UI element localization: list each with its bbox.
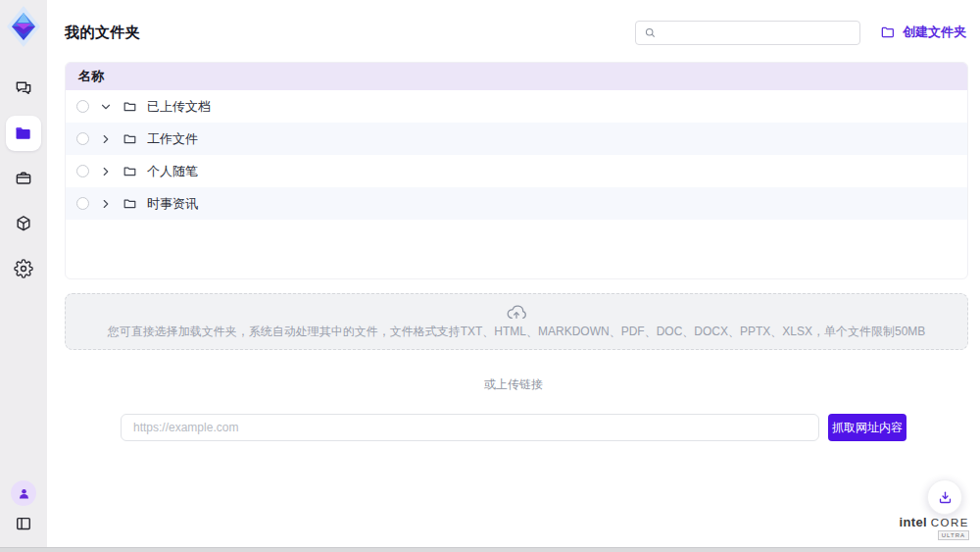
upload-dropzone[interactable]: 您可直接选择加载文件夹，系统自动处理其中的文件，文件格式支持TXT、HTML、M…: [65, 293, 968, 350]
chevron-right-icon[interactable]: [99, 165, 113, 178]
gear-icon: [14, 259, 33, 278]
row-checkbox[interactable]: [76, 132, 89, 145]
table-row[interactable]: 时事资讯: [66, 187, 967, 220]
folder-name: 个人随笔: [147, 163, 198, 180]
table-row[interactable]: 工作文件: [66, 123, 967, 155]
folder-icon: [122, 164, 137, 178]
name-column-header: 名称: [78, 68, 104, 85]
folder-icon: [14, 124, 33, 143]
panel-toggle-button[interactable]: [14, 514, 33, 533]
create-folder-label: 创建文件夹: [903, 24, 966, 41]
folder-name: 工作文件: [147, 130, 198, 148]
search-icon: [644, 26, 657, 39]
app-logo-icon: [5, 6, 42, 47]
cloud-upload-icon: [506, 303, 527, 321]
url-input[interactable]: [121, 414, 819, 441]
sidebar-item-models[interactable]: [6, 206, 41, 241]
row-checkbox[interactable]: [76, 100, 89, 113]
sidebar-bottom: [11, 480, 36, 547]
folder-name: 时事资讯: [147, 195, 198, 213]
cube-icon: [14, 214, 33, 233]
chevron-right-icon[interactable]: [99, 132, 113, 146]
create-folder-icon: [880, 25, 896, 40]
chat-icon: [14, 78, 33, 98]
user-avatar[interactable]: [11, 480, 36, 506]
topbar: 我的文件夹 创建文件夹: [47, 0, 980, 45]
sidebar-item-workspace[interactable]: [6, 161, 41, 196]
main-content: 我的文件夹 创建文件夹 名称: [47, 0, 980, 547]
row-checkbox[interactable]: [76, 197, 89, 210]
or-upload-link-label: 或上传链接: [47, 376, 980, 393]
download-icon: [937, 489, 954, 506]
download-button[interactable]: [927, 479, 962, 515]
table-header: 名称: [66, 63, 967, 90]
page-title: 我的文件夹: [65, 24, 141, 42]
chevron-right-icon[interactable]: [99, 197, 113, 211]
folder-icon: [122, 131, 137, 146]
folder-icon: [122, 99, 137, 114]
folder-icon: [122, 196, 137, 211]
sidebar-item-chat[interactable]: [6, 71, 41, 106]
sidebar: [0, 0, 47, 547]
chevron-down-icon[interactable]: [99, 100, 113, 114]
fetch-url-button[interactable]: 抓取网址内容: [828, 414, 906, 441]
table-row[interactable]: 已上传文档: [66, 90, 967, 123]
intel-logo-text: intel: [900, 515, 927, 529]
folder-table: 名称 已上传文档 工作文件: [65, 62, 968, 279]
search-box[interactable]: [635, 21, 860, 45]
sidebar-item-settings[interactable]: [6, 251, 41, 286]
sidebar-item-folders[interactable]: [6, 116, 41, 151]
search-input[interactable]: [662, 25, 852, 39]
user-avatar-icon: [17, 486, 31, 501]
core-logo-text: core: [931, 517, 969, 528]
ultra-badge: ultra: [938, 530, 969, 540]
table-row[interactable]: 个人随笔: [66, 155, 967, 187]
briefcase-icon: [14, 169, 33, 188]
folder-name: 已上传文档: [147, 98, 211, 116]
row-checkbox[interactable]: [76, 165, 89, 177]
sidebar-nav: [6, 71, 41, 286]
app-window: 我的文件夹 创建文件夹 名称: [0, 0, 980, 552]
intel-core-ultra-logo: intel core ultra: [900, 516, 969, 541]
upload-hint: 您可直接选择加载文件夹，系统自动处理其中的文件，文件格式支持TXT、HTML、M…: [108, 324, 926, 340]
create-folder-button[interactable]: 创建文件夹: [878, 20, 968, 45]
url-upload-row: 抓取网址内容: [121, 414, 906, 441]
window-bottom-edge: [0, 547, 980, 552]
panel-toggle-icon: [14, 514, 33, 533]
